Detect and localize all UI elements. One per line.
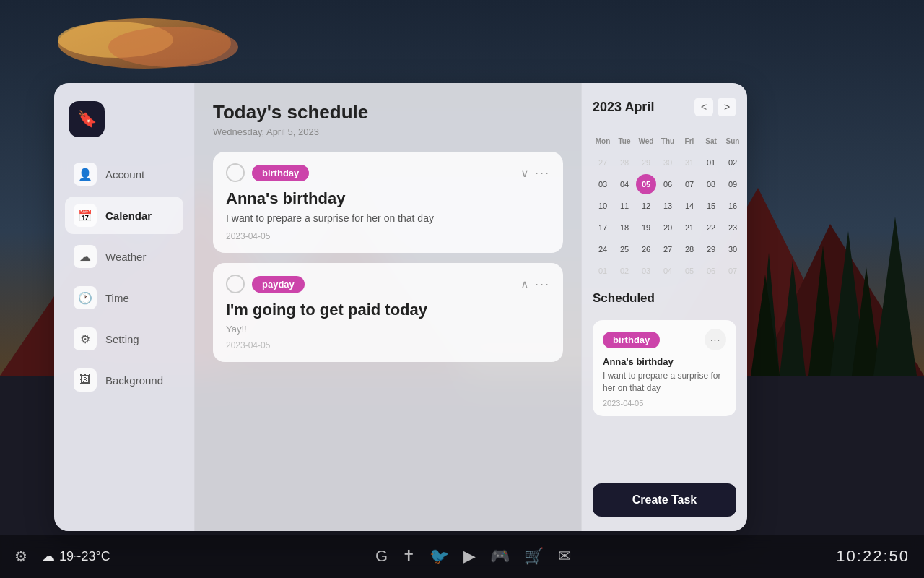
calendar-week-5: 01 02 03 04 05 06 07 [593,261,736,281]
task-checkbox-birthday[interactable] [226,163,245,182]
cal-day[interactable]: 12 [636,196,656,216]
cal-day[interactable]: 26 [636,239,656,259]
cal-day[interactable]: 13 [658,196,678,216]
schedule-title: Today's schedule [213,101,563,124]
task-tag-payday: payday [252,276,305,293]
taskbar-icon-cross[interactable]: ✝ [402,547,415,566]
cal-day[interactable]: 23 [723,217,743,238]
cal-day[interactable]: 27 [658,239,678,259]
calendar-header: 2023 April < > [593,98,736,116]
taskbar-icon-cart[interactable]: 🛒 [524,547,544,566]
sidebar-item-setting-label: Setting [105,333,139,345]
scheduled-title: Scheduled [593,291,736,306]
cal-day[interactable]: 03 [593,174,613,194]
cal-header-sat: Sat [701,131,721,151]
cal-day[interactable]: 04 [658,261,678,281]
cal-day[interactable]: 11 [614,196,635,216]
cal-day[interactable]: 30 [723,239,743,259]
cal-day[interactable]: 30 [658,152,678,173]
task-birthday-collapse[interactable]: ∨ [520,166,529,180]
sidebar-item-calendar[interactable]: 📅 Calendar [65,197,183,234]
scheduled-card-header: birthday ··· [603,329,726,350]
task-birthday-actions: ∨ ··· [520,165,550,181]
scheduled-task-desc: I want to prepare a surprise for her on … [603,370,726,394]
taskbar-weather-display: ☁ 19~23°C [42,548,110,564]
calendar-grid: Mon Tue Wed Thu Fri Sat Sun 27 28 29 30 … [593,131,736,282]
sidebar-item-time[interactable]: 🕐 Time [65,279,183,316]
cal-day[interactable]: 09 [723,174,743,194]
sidebar-item-setting[interactable]: ⚙ Setting [65,320,183,358]
scheduled-more-button[interactable]: ··· [705,329,726,350]
time-icon: 🕐 [74,286,97,309]
cal-day[interactable]: 15 [701,196,721,216]
cal-day[interactable]: 31 [679,152,699,173]
cal-header-tue: Tue [614,131,635,151]
scheduled-task-title: Anna's birthday [603,356,726,367]
taskbar-icon-game[interactable]: 🎮 [490,547,510,566]
taskbar-temp: 19~23°C [59,549,110,564]
cal-header-wed: Wed [636,131,656,151]
cal-day[interactable]: 14 [679,196,699,216]
cal-day[interactable]: 01 [593,261,613,281]
schedule-date: Wednesday, April 5, 2023 [213,126,563,137]
task-payday-more[interactable]: ··· [535,277,550,292]
cal-day[interactable]: 16 [723,196,743,216]
cal-day[interactable]: 03 [636,261,656,281]
cal-day-today[interactable]: 05 [636,174,656,194]
task-payday-expand[interactable]: ∧ [520,277,529,291]
sidebar-item-time-label: Time [105,292,129,304]
calendar-week-2: 10 11 12 13 14 15 16 [593,196,736,216]
create-task-button[interactable]: Create Task [593,483,736,517]
calendar-prev-button[interactable]: < [694,98,713,116]
cal-day[interactable]: 10 [593,196,613,216]
sidebar-item-account[interactable]: 👤 Account [65,155,183,193]
weather-icon: ☁ [74,245,97,268]
app-logo: 🔖 [69,101,105,137]
cal-day[interactable]: 05 [679,261,699,281]
sidebar-item-weather[interactable]: ☁ Weather [65,238,183,275]
calendar-week-3: 17 18 19 20 21 22 23 [593,217,736,238]
sidebar-item-calendar-label: Calendar [105,210,152,222]
task-payday-title: I'm going to get paid today [226,301,550,319]
cal-day[interactable]: 02 [723,152,743,173]
cal-day[interactable]: 06 [701,261,721,281]
cal-day[interactable]: 29 [701,239,721,259]
taskbar-icon-g[interactable]: G [375,547,388,566]
taskbar-icon-twitter[interactable]: 🐦 [430,547,449,566]
calendar-next-button[interactable]: > [718,98,736,116]
task-card-payday-header: payday ∧ ··· [226,275,550,293]
cal-day[interactable]: 20 [658,217,678,238]
task-payday-actions: ∧ ··· [520,277,550,292]
task-birthday-date: 2023-04-05 [226,231,550,241]
taskbar-gear-button[interactable]: ⚙ [0,548,27,565]
cal-day[interactable]: 02 [614,261,635,281]
taskbar-weather-area: ☁ 19~23°C [27,548,110,564]
cal-day[interactable]: 28 [614,152,635,173]
cal-day[interactable]: 29 [636,152,656,173]
cal-day[interactable]: 01 [701,152,721,173]
cal-day[interactable]: 27 [593,152,613,173]
cal-day[interactable]: 07 [679,174,699,194]
calendar-title: 2023 April [593,100,654,115]
cal-day[interactable]: 06 [658,174,678,194]
cal-day[interactable]: 19 [636,217,656,238]
sidebar-item-background-label: Background [105,374,163,387]
task-birthday-desc: I want to prepare a surprise for her on … [226,212,550,224]
sidebar-item-background[interactable]: 🖼 Background [65,361,183,399]
cal-day[interactable]: 22 [701,217,721,238]
task-birthday-more[interactable]: ··· [535,165,550,181]
cal-day[interactable]: 21 [679,217,699,238]
taskbar-icon-play[interactable]: ▶ [463,547,476,566]
taskbar-icon-mail[interactable]: ✉ [558,547,571,566]
cal-day[interactable]: 08 [701,174,721,194]
cal-day[interactable]: 18 [614,217,635,238]
cal-day[interactable]: 07 [723,261,743,281]
cal-day[interactable]: 24 [593,239,613,259]
task-checkbox-payday[interactable] [226,275,245,293]
cal-day[interactable]: 25 [614,239,635,259]
cal-day[interactable]: 28 [679,239,699,259]
cal-day[interactable]: 17 [593,217,613,238]
cal-header-sun: Sun [723,131,743,151]
right-panel: 2023 April < > Mon Tue Wed Thu Fri Sat S… [581,83,747,531]
cal-day[interactable]: 04 [614,174,635,194]
